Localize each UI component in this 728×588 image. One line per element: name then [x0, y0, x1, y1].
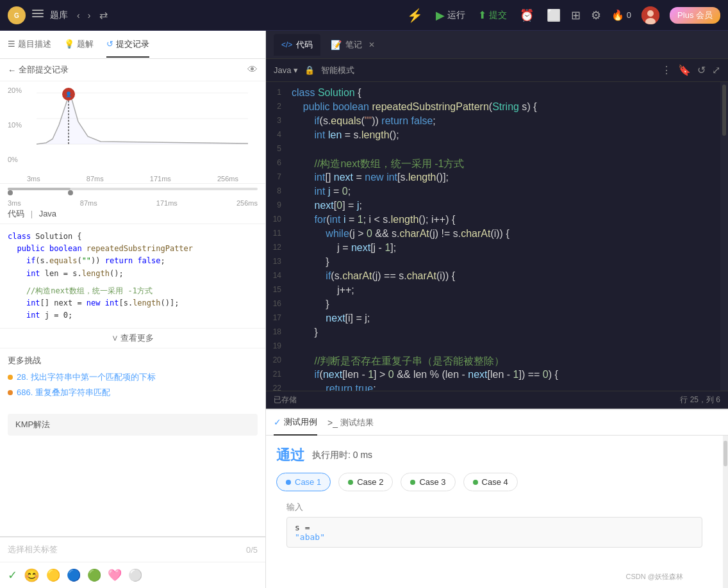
input-value: "abab" [295, 532, 694, 542]
left-panel-inner: ☰ 题目描述 💡 题解 ↺ 提交记录 ← 全部提交记录 👁 [0, 31, 265, 588]
svg-text:👤: 👤 [65, 91, 72, 97]
lock-icon: 🔒 [304, 65, 315, 75]
chart-area: 20% 10% 0% 👤 [0, 81, 265, 184]
tab-code[interactable]: </> 代码 [274, 34, 320, 56]
code-preview-line1: class Solution { [8, 231, 258, 243]
apps-icon[interactable]: ⊞ [571, 8, 581, 22]
code-line-8: 8 int j = 0; [266, 186, 720, 200]
code-preview-line4: int len = s.length(); [8, 268, 258, 280]
svg-rect-3 [32, 13, 44, 14]
code-editor-wrapper: 1 class Solution { 2 public boolean repe… [266, 82, 728, 391]
nav-arrows: ‹ › [74, 8, 93, 23]
case-tab-2[interactable]: Case 2 [338, 473, 393, 491]
tab-testcase[interactable]: ✓ 测试用例 [274, 410, 317, 436]
alarm-icon[interactable]: ⏰ [520, 8, 534, 22]
code-line-3: 3 if(s.equals("")) return false; [266, 115, 720, 129]
code-line-19: 19 [266, 341, 720, 355]
test-result: 通过 执行用时: 0 ms Case 1 [266, 436, 723, 553]
plus-member-button[interactable]: Plus 会员 [670, 7, 720, 24]
bottom-tabs: ✓ 测试用例 >_ 测试结果 [266, 410, 728, 436]
emoji-yellow-circle[interactable]: 🟡 [46, 568, 60, 582]
tab-submissions[interactable]: ↺ 提交记录 [106, 32, 149, 58]
status-position: 行 25，列 6 [680, 395, 720, 405]
emoji-smiley[interactable]: 😊 [24, 568, 40, 583]
emoji-pink[interactable]: 🩷 [108, 568, 122, 582]
case-tab-1[interactable]: Case 1 [276, 473, 331, 491]
code-line-16: 16 } [266, 298, 720, 313]
exec-time: 执行用时: 0 ms [312, 450, 372, 461]
problem-lib-label[interactable]: 题库 [50, 10, 68, 21]
tag-input-area[interactable]: 选择相关标签 0/5 [0, 537, 265, 562]
more-options-icon[interactable]: ⋮ [661, 64, 672, 76]
code-preview-comment: //构造next数组，统一采用 -1方式 [8, 285, 258, 297]
code-line-14: 14 if(s.charAt(j) == s.charAt(i)) { [266, 270, 720, 284]
code-line-17: 17 next[i] = j; [266, 313, 720, 327]
shuffle-icon[interactable]: ⇄ [99, 9, 108, 21]
case-dot-green-4 [473, 480, 478, 485]
emoji-blue-circle[interactable]: 🔵 [67, 568, 81, 582]
prev-button[interactable]: ‹ [74, 8, 83, 23]
svg-rect-4 [32, 16, 44, 17]
run-button[interactable]: ▶ 运行 [436, 8, 465, 22]
case-tabs: Case 1 Case 2 Case 3 [276, 473, 713, 491]
upload-icon: ⬆ [478, 9, 486, 21]
settings-icon[interactable]: ⚙ [591, 8, 601, 22]
status-saved: 已存储 [274, 395, 297, 405]
bulb-icon: 💡 [64, 39, 74, 49]
fullscreen-icon[interactable]: ⤢ [712, 64, 720, 76]
bookmark-icon[interactable]: 🔖 [678, 64, 691, 76]
case-dot-green-3 [410, 480, 415, 485]
tab-testresult[interactable]: >_ 测试结果 [327, 411, 374, 435]
code-line-15: 15 j++; [266, 284, 720, 298]
code-toolbar: Java ▾ 🔒 智能模式 ⋮ 🔖 ↺ ⤢ [266, 59, 728, 82]
slider-labels: 3ms 87ms 171ms 256ms [8, 199, 258, 207]
chart-x-labels: 3ms 87ms 171ms 256ms [8, 175, 258, 183]
play-icon: ▶ [436, 8, 445, 22]
left-scrollable[interactable]: 更多挑战 28. 找出字符串中第一个匹配项的下标 686. 重复叠加字符串匹配 … [0, 348, 265, 536]
code-tabs: </> 代码 📝 笔记 ✕ [266, 31, 728, 59]
code-preview-line3: if(s.equals("")) return false; [8, 255, 258, 267]
y-label-20: 20% [8, 86, 22, 94]
emoji-green-circle[interactable]: 🟢 [87, 568, 101, 582]
code-line-1: 1 class Solution { [266, 87, 720, 101]
code-editor[interactable]: 1 class Solution { 2 public boolean repe… [266, 82, 720, 391]
code-line-6: 6 //构造next数组，统一采用 -1方式 [266, 158, 720, 172]
bottom-scroll-thumb [724, 441, 727, 466]
back-button[interactable]: ← 全部提交记录 [8, 64, 69, 76]
challenge-dot-yellow-1 [8, 375, 13, 380]
challenge-item-1[interactable]: 28. 找出字符串中第一个匹配项的下标 [8, 372, 258, 383]
input-var: s = [295, 523, 694, 532]
emoji-white-circle[interactable]: ⚪ [128, 568, 142, 582]
left-tabs: ☰ 题目描述 💡 题解 ↺ 提交记录 [0, 31, 265, 59]
menu-icon[interactable] [32, 8, 44, 22]
logo[interactable]: G [8, 6, 26, 24]
range-slider[interactable]: 3ms 87ms 171ms 256ms [8, 184, 258, 199]
refresh-icon[interactable]: ↺ [697, 64, 706, 76]
code-preview-line8: int j = 0; [8, 309, 258, 322]
tab-description[interactable]: ☰ 题目描述 [8, 32, 51, 58]
history-icon: ↺ [106, 39, 113, 49]
next-button[interactable]: › [85, 8, 94, 23]
challenge-item-2[interactable]: 686. 重复叠加字符串匹配 [8, 387, 258, 398]
right-scrollbar[interactable] [720, 82, 728, 391]
check-emoji[interactable]: ✓ [8, 568, 17, 582]
x-label-171ms: 171ms [150, 175, 171, 183]
case-tab-4[interactable]: Case 4 [463, 473, 518, 491]
tab-solution[interactable]: 💡 题解 [64, 32, 94, 58]
input-value-box: s = "abab" [286, 517, 702, 548]
tab-notes[interactable]: 📝 笔记 ✕ [323, 34, 383, 56]
submit-button[interactable]: ⬆ 提交 [478, 9, 507, 21]
avatar[interactable] [641, 6, 659, 24]
lang-select[interactable]: Java ▾ [274, 65, 298, 75]
tab-close-icon[interactable]: ✕ [368, 40, 375, 49]
eye-icon[interactable]: 👁 [247, 64, 258, 76]
editor-bottom-wrapper: 1 class Solution { 2 public boolean repe… [266, 82, 728, 588]
chevron-down-icon: ▾ [294, 65, 298, 75]
expand-icon[interactable]: ⬜ [547, 8, 561, 22]
see-more-button[interactable]: ∨ 查看更多 [0, 329, 265, 348]
bottom-scrollbar[interactable] [723, 436, 728, 588]
left-panel: ☰ 题目描述 💡 题解 ↺ 提交记录 ← 全部提交记录 👁 [0, 31, 266, 588]
case-tab-3[interactable]: Case 3 [401, 473, 455, 491]
description-icon: ☰ [8, 39, 15, 49]
bottom-right-panel: 通过 执行用时: 0 ms Case 1 [266, 436, 728, 588]
